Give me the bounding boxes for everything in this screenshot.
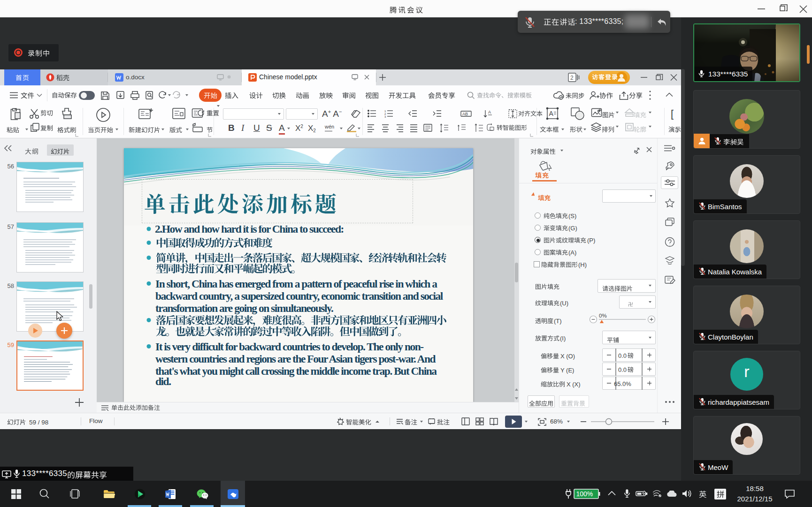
svg-text:A: A	[488, 110, 491, 114]
svg-text:transformation are going on si: transformation are going on simultaneous…	[155, 302, 333, 314]
svg-text:3: 3	[384, 115, 386, 118]
svg-text:2: 2	[570, 75, 574, 81]
svg-text:2.How and how hard it is for C: 2.How and how hard it is for China to su…	[155, 226, 344, 235]
svg-text:It is very difficult for backw: It is very difficult for backward countr…	[155, 341, 423, 353]
svg-text:did.: did.	[155, 375, 171, 387]
svg-text:In short, China has emerged fr: In short, China has emerged from a patte…	[155, 278, 437, 290]
svg-text:100%: 100%	[576, 490, 593, 498]
svg-text:AB: AB	[462, 112, 468, 116]
svg-text:that's what you might call cro: that's what you might call crossing the …	[155, 365, 437, 377]
svg-text:western countries and regions: western countries and regions are the Fo…	[155, 353, 436, 365]
svg-text:A: A	[549, 110, 554, 117]
svg-text:backward country, a supersized: backward country, a supersized country, …	[155, 290, 444, 302]
